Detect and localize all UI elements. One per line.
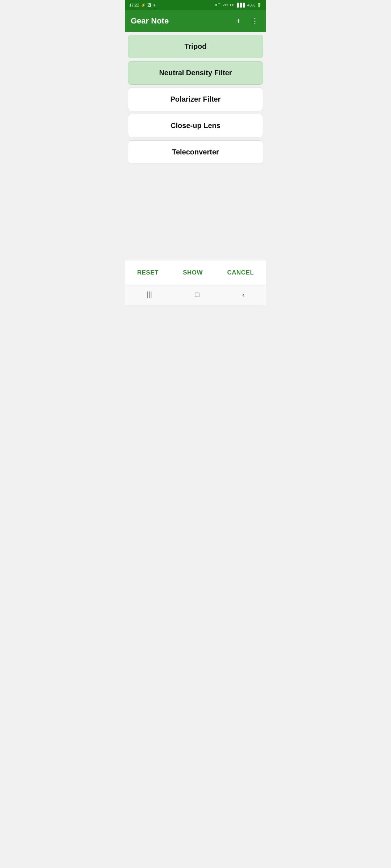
status-bar: 17:22 ⚡ 🖼 ✳ ▾⌒ VOL LTE ▋▋▋ 43% 🔋 (125, 0, 266, 10)
list-item-label: Polarizer Filter (171, 95, 221, 103)
list-item-label: Neutral Density Filter (159, 69, 232, 77)
battery-level: 43% (247, 3, 255, 7)
cancel-button[interactable]: CANCEL (221, 266, 260, 279)
lte-indicator: VOL LTE (223, 3, 236, 7)
home-icon[interactable]: □ (186, 289, 208, 300)
add-button[interactable]: + (235, 15, 242, 27)
status-bar-right: ▾⌒ VOL LTE ▋▋▋ 43% 🔋 (215, 3, 262, 8)
list-item[interactable]: Close-up Lens (128, 114, 263, 137)
lightning-icon: ⚡ (141, 3, 146, 8)
image-icon: 🖼 (147, 3, 151, 7)
status-time: 17:22 (129, 3, 139, 7)
list-item[interactable]: Neutral Density Filter (128, 61, 263, 85)
battery-icon: 🔋 (257, 3, 262, 8)
list-item-label: Tripod (184, 42, 206, 50)
recents-icon[interactable]: ||| (138, 289, 161, 300)
app-bar-actions: + ⋮ (235, 15, 260, 27)
signal-icon: ▋▋▋ (237, 3, 246, 8)
list-item[interactable]: Tripod (128, 35, 263, 58)
bottom-action-bar: RESET SHOW CANCEL (125, 260, 266, 285)
navigation-bar: ||| □ ‹ (125, 285, 266, 305)
show-button[interactable]: SHOW (177, 266, 209, 279)
gear-list: TripodNeutral Density FilterPolarizer Fi… (125, 32, 266, 260)
wifi-icon: ▾⌒ (215, 3, 221, 8)
list-item-label: Close-up Lens (171, 122, 220, 129)
list-item[interactable]: Polarizer Filter (128, 88, 263, 111)
app-title: Gear Note (131, 16, 169, 26)
list-item[interactable]: Teleconverter (128, 140, 263, 164)
status-bar-left: 17:22 ⚡ 🖼 ✳ (129, 3, 156, 8)
list-item-label: Teleconverter (172, 148, 219, 156)
more-menu-button[interactable]: ⋮ (249, 15, 260, 27)
settings-icon: ✳ (153, 3, 156, 8)
app-bar: Gear Note + ⋮ (125, 10, 266, 32)
reset-button[interactable]: RESET (131, 266, 164, 279)
back-icon[interactable]: ‹ (234, 289, 253, 300)
